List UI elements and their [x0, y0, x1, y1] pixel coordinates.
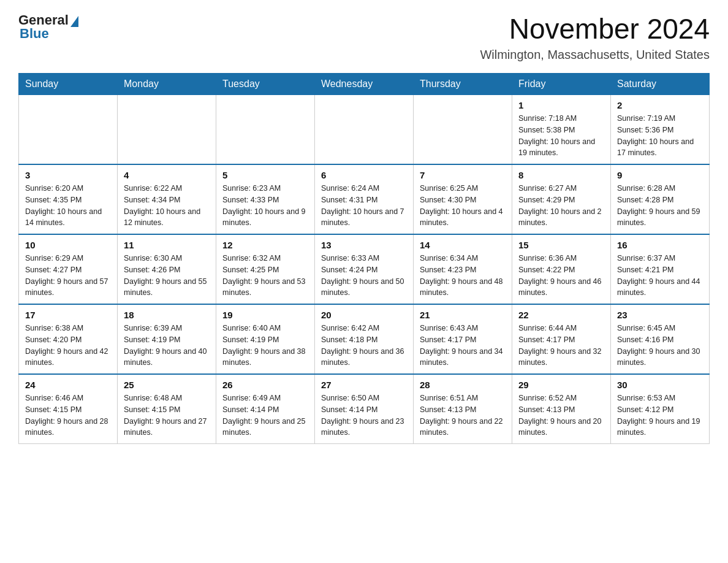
calendar-cell: 15Sunrise: 6:36 AMSunset: 4:22 PMDayligh… — [512, 234, 611, 304]
day-number: 18 — [124, 310, 210, 320]
day-number: 19 — [222, 310, 308, 320]
header-wednesday: Wednesday — [315, 74, 414, 95]
day-number: 23 — [617, 310, 703, 320]
day-detail: Sunrise: 7:18 AMSunset: 5:38 PMDaylight:… — [518, 113, 604, 159]
calendar-cell: 26Sunrise: 6:49 AMSunset: 4:14 PMDayligh… — [216, 374, 315, 444]
location-title: Wilmington, Massachusetts, United States — [480, 48, 710, 62]
calendar-cell: 11Sunrise: 6:30 AMSunset: 4:26 PMDayligh… — [118, 234, 216, 304]
day-detail: Sunrise: 6:46 AMSunset: 4:15 PMDaylight:… — [25, 393, 111, 439]
logo: General Blue — [18, 12, 78, 42]
day-detail: Sunrise: 6:49 AMSunset: 4:14 PMDaylight:… — [222, 393, 308, 439]
day-number: 12 — [222, 240, 308, 250]
day-detail: Sunrise: 6:20 AMSunset: 4:35 PMDaylight:… — [25, 183, 111, 229]
day-detail: Sunrise: 6:36 AMSunset: 4:22 PMDaylight:… — [518, 253, 604, 299]
header: General Blue November 2024 Wilmington, M… — [18, 12, 710, 62]
day-number: 29 — [518, 380, 604, 390]
calendar-week-row: 24Sunrise: 6:46 AMSunset: 4:15 PMDayligh… — [19, 374, 710, 444]
day-detail: Sunrise: 6:30 AMSunset: 4:26 PMDaylight:… — [124, 253, 210, 299]
day-number: 14 — [420, 240, 506, 250]
weekday-header-row: Sunday Monday Tuesday Wednesday Thursday… — [19, 74, 710, 95]
day-detail: Sunrise: 6:43 AMSunset: 4:17 PMDaylight:… — [420, 323, 506, 369]
calendar-cell — [216, 95, 315, 165]
day-number: 22 — [518, 310, 604, 320]
header-thursday: Thursday — [414, 74, 512, 95]
day-detail: Sunrise: 6:39 AMSunset: 4:19 PMDaylight:… — [124, 323, 210, 369]
calendar-cell — [315, 95, 414, 165]
header-saturday: Saturday — [611, 74, 710, 95]
logo-blue-text: Blue — [20, 26, 49, 42]
day-number: 9 — [617, 170, 703, 180]
calendar-table: Sunday Monday Tuesday Wednesday Thursday… — [18, 73, 710, 444]
calendar-cell: 13Sunrise: 6:33 AMSunset: 4:24 PMDayligh… — [315, 234, 414, 304]
calendar-cell: 2Sunrise: 7:19 AMSunset: 5:36 PMDaylight… — [611, 95, 710, 165]
calendar-week-row: 1Sunrise: 7:18 AMSunset: 5:38 PMDaylight… — [19, 95, 710, 165]
calendar-cell: 28Sunrise: 6:51 AMSunset: 4:13 PMDayligh… — [414, 374, 512, 444]
calendar-cell: 10Sunrise: 6:29 AMSunset: 4:27 PMDayligh… — [19, 234, 118, 304]
calendar-cell: 16Sunrise: 6:37 AMSunset: 4:21 PMDayligh… — [611, 234, 710, 304]
day-detail: Sunrise: 6:33 AMSunset: 4:24 PMDaylight:… — [321, 253, 407, 299]
day-detail: Sunrise: 6:28 AMSunset: 4:28 PMDaylight:… — [617, 183, 703, 229]
day-number: 6 — [321, 170, 407, 180]
day-number: 4 — [124, 170, 210, 180]
day-number: 13 — [321, 240, 407, 250]
day-detail: Sunrise: 7:19 AMSunset: 5:36 PMDaylight:… — [617, 113, 703, 159]
day-detail: Sunrise: 6:42 AMSunset: 4:18 PMDaylight:… — [321, 323, 407, 369]
day-number: 3 — [25, 170, 111, 180]
day-number: 17 — [25, 310, 111, 320]
calendar-cell: 19Sunrise: 6:40 AMSunset: 4:19 PMDayligh… — [216, 304, 315, 374]
title-area: November 2024 Wilmington, Massachusetts,… — [480, 12, 710, 62]
calendar-week-row: 3Sunrise: 6:20 AMSunset: 4:35 PMDaylight… — [19, 164, 710, 234]
day-number: 10 — [25, 240, 111, 250]
calendar-cell: 20Sunrise: 6:42 AMSunset: 4:18 PMDayligh… — [315, 304, 414, 374]
day-detail: Sunrise: 6:51 AMSunset: 4:13 PMDaylight:… — [420, 393, 506, 439]
day-detail: Sunrise: 6:27 AMSunset: 4:29 PMDaylight:… — [518, 183, 604, 229]
header-monday: Monday — [118, 74, 216, 95]
day-number: 16 — [617, 240, 703, 250]
calendar-cell: 3Sunrise: 6:20 AMSunset: 4:35 PMDaylight… — [19, 164, 118, 234]
day-detail: Sunrise: 6:52 AMSunset: 4:13 PMDaylight:… — [518, 393, 604, 439]
calendar-cell: 27Sunrise: 6:50 AMSunset: 4:14 PMDayligh… — [315, 374, 414, 444]
day-number: 15 — [518, 240, 604, 250]
header-tuesday: Tuesday — [216, 74, 315, 95]
day-number: 5 — [222, 170, 308, 180]
day-number: 11 — [124, 240, 210, 250]
calendar-cell: 29Sunrise: 6:52 AMSunset: 4:13 PMDayligh… — [512, 374, 611, 444]
calendar-cell: 21Sunrise: 6:43 AMSunset: 4:17 PMDayligh… — [414, 304, 512, 374]
day-detail: Sunrise: 6:44 AMSunset: 4:17 PMDaylight:… — [518, 323, 604, 369]
calendar-cell — [414, 95, 512, 165]
calendar-cell: 18Sunrise: 6:39 AMSunset: 4:19 PMDayligh… — [118, 304, 216, 374]
calendar-cell: 5Sunrise: 6:23 AMSunset: 4:33 PMDaylight… — [216, 164, 315, 234]
day-number: 24 — [25, 380, 111, 390]
calendar-cell: 14Sunrise: 6:34 AMSunset: 4:23 PMDayligh… — [414, 234, 512, 304]
header-friday: Friday — [512, 74, 611, 95]
calendar-cell: 1Sunrise: 7:18 AMSunset: 5:38 PMDaylight… — [512, 95, 611, 165]
calendar-cell: 9Sunrise: 6:28 AMSunset: 4:28 PMDaylight… — [611, 164, 710, 234]
day-number: 25 — [124, 380, 210, 390]
day-number: 27 — [321, 380, 407, 390]
day-number: 30 — [617, 380, 703, 390]
logo-triangle-icon — [70, 16, 78, 27]
calendar-cell: 8Sunrise: 6:27 AMSunset: 4:29 PMDaylight… — [512, 164, 611, 234]
day-detail: Sunrise: 6:25 AMSunset: 4:30 PMDaylight:… — [420, 183, 506, 229]
day-number: 2 — [617, 100, 703, 110]
month-title: November 2024 — [480, 12, 710, 45]
header-sunday: Sunday — [19, 74, 118, 95]
day-detail: Sunrise: 6:22 AMSunset: 4:34 PMDaylight:… — [124, 183, 210, 229]
day-detail: Sunrise: 6:53 AMSunset: 4:12 PMDaylight:… — [617, 393, 703, 439]
day-number: 26 — [222, 380, 308, 390]
day-number: 21 — [420, 310, 506, 320]
calendar-cell: 12Sunrise: 6:32 AMSunset: 4:25 PMDayligh… — [216, 234, 315, 304]
day-number: 28 — [420, 380, 506, 390]
day-number: 20 — [321, 310, 407, 320]
calendar-cell: 24Sunrise: 6:46 AMSunset: 4:15 PMDayligh… — [19, 374, 118, 444]
day-number: 1 — [518, 100, 604, 110]
calendar-cell: 7Sunrise: 6:25 AMSunset: 4:30 PMDaylight… — [414, 164, 512, 234]
day-detail: Sunrise: 6:34 AMSunset: 4:23 PMDaylight:… — [420, 253, 506, 299]
calendar-cell: 4Sunrise: 6:22 AMSunset: 4:34 PMDaylight… — [118, 164, 216, 234]
calendar-cell: 6Sunrise: 6:24 AMSunset: 4:31 PMDaylight… — [315, 164, 414, 234]
calendar-cell: 25Sunrise: 6:48 AMSunset: 4:15 PMDayligh… — [118, 374, 216, 444]
calendar-week-row: 10Sunrise: 6:29 AMSunset: 4:27 PMDayligh… — [19, 234, 710, 304]
day-detail: Sunrise: 6:37 AMSunset: 4:21 PMDaylight:… — [617, 253, 703, 299]
calendar-cell: 23Sunrise: 6:45 AMSunset: 4:16 PMDayligh… — [611, 304, 710, 374]
day-detail: Sunrise: 6:32 AMSunset: 4:25 PMDaylight:… — [222, 253, 308, 299]
